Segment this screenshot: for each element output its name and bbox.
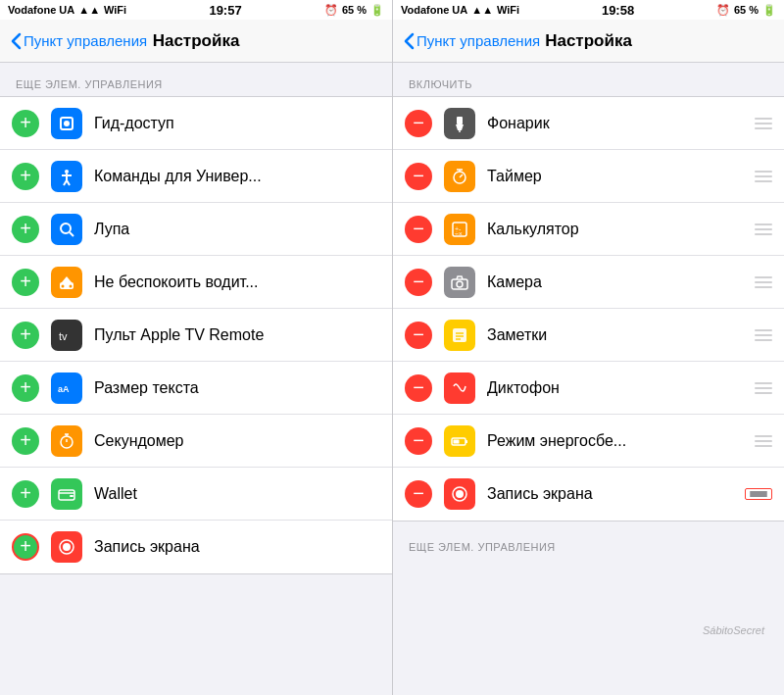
time-right: 19:58 bbox=[602, 3, 634, 18]
add-button-6[interactable]: + bbox=[12, 427, 39, 455]
back-label-right: Пункт управления bbox=[416, 32, 540, 49]
nav-bar-right: Пункт управления Настройка bbox=[393, 20, 784, 63]
svg-rect-22 bbox=[457, 117, 463, 124]
battery-icon-right: 🔋 bbox=[762, 4, 776, 17]
app-icon-guidedaccess bbox=[51, 108, 82, 139]
signal-icon: ▲▲ bbox=[78, 4, 100, 16]
app-icon-screenrecord bbox=[51, 531, 82, 563]
back-button-right[interactable]: Пункт управления bbox=[403, 32, 540, 50]
list-item: − Камера bbox=[393, 256, 784, 309]
add-button-1[interactable]: + bbox=[12, 163, 39, 190]
remove-button-r4[interactable]: − bbox=[405, 322, 432, 349]
list-item: + Wallet bbox=[0, 468, 392, 521]
item-label-0: Гид-доступ bbox=[94, 115, 380, 132]
carrier-left: Vodafone UA bbox=[8, 4, 74, 16]
nav-title-left: Настройка bbox=[153, 31, 240, 51]
item-label-8: Запись экрана bbox=[94, 538, 380, 556]
screen-right: Vodafone UA ▲▲ WiFi 19:58 ⏰ 65 % 🔋 Пункт… bbox=[392, 0, 784, 695]
app-icon-appletv: tv bbox=[51, 320, 82, 351]
list-item: − Таймер bbox=[393, 150, 784, 203]
app-icon-timer bbox=[444, 161, 475, 192]
app-icon-notes bbox=[444, 320, 475, 351]
add-button-8[interactable]: + bbox=[12, 533, 39, 561]
app-icon-lowpower bbox=[444, 425, 475, 457]
item-label-r6: Режим энергосбе... bbox=[487, 432, 755, 450]
back-button-left[interactable]: Пункт управления bbox=[10, 32, 147, 50]
item-label-6: Секундомер bbox=[94, 432, 380, 450]
svg-rect-33 bbox=[453, 328, 466, 342]
list-item: − Фонарик bbox=[393, 97, 784, 150]
remove-button-r2[interactable]: − bbox=[405, 216, 432, 243]
add-button-5[interactable]: + bbox=[12, 374, 39, 402]
list-item: + Лупа bbox=[0, 203, 392, 256]
app-icon-camera bbox=[444, 267, 475, 298]
item-label-r2: Калькулятор bbox=[487, 221, 755, 238]
svg-point-11 bbox=[70, 284, 73, 287]
app-icon-voicememo bbox=[444, 372, 475, 404]
item-label-r4: Заметки bbox=[487, 326, 755, 344]
svg-marker-23 bbox=[456, 124, 464, 130]
svg-point-21 bbox=[63, 543, 71, 551]
list-item: − Заметки bbox=[393, 309, 784, 362]
remove-button-r1[interactable]: − bbox=[405, 163, 432, 190]
item-label-r3: Камера bbox=[487, 273, 755, 291]
carrier-right: Vodafone UA bbox=[401, 4, 467, 16]
item-label-r1: Таймер bbox=[487, 168, 755, 185]
drag-handle-box[interactable] bbox=[745, 488, 772, 500]
status-left-right: Vodafone UA ▲▲ WiFi bbox=[401, 4, 519, 16]
add-button-7[interactable]: + bbox=[12, 480, 39, 508]
list-item: + Секундомер bbox=[0, 415, 392, 468]
list-item: + Гид-доступ bbox=[0, 97, 392, 150]
drag-handle-r0[interactable] bbox=[755, 118, 772, 129]
remove-button-r5[interactable]: − bbox=[405, 374, 432, 402]
item-label-r5: Диктофон bbox=[487, 379, 755, 397]
status-bar-left: Vodafone UA ▲▲ WiFi 19:57 ⏰ 65 % 🔋 bbox=[0, 0, 392, 20]
battery-left: 65 % bbox=[342, 4, 367, 16]
remove-button-r6[interactable]: − bbox=[405, 427, 432, 455]
svg-point-41 bbox=[456, 490, 464, 498]
app-icon-textsize: aA bbox=[51, 372, 82, 404]
status-bar-right: Vodafone UA ▲▲ WiFi 19:58 ⏰ 65 % 🔋 bbox=[393, 0, 784, 20]
svg-point-1 bbox=[64, 121, 70, 126]
app-icon-dnd-driving bbox=[51, 267, 82, 298]
remove-button-r0[interactable]: − bbox=[405, 110, 432, 137]
list-item: − Запись экрана bbox=[393, 468, 784, 521]
time-left: 19:57 bbox=[209, 3, 241, 18]
add-button-3[interactable]: + bbox=[12, 269, 39, 296]
battery-right: 65 % bbox=[734, 4, 759, 16]
list-item: − Диктофон bbox=[393, 362, 784, 415]
drag-handle-r4[interactable] bbox=[755, 329, 772, 341]
status-left: Vodafone UA ▲▲ WiFi bbox=[8, 4, 126, 16]
drag-handle-r2[interactable] bbox=[755, 223, 772, 235]
back-label-left: Пункт управления bbox=[24, 32, 147, 49]
item-label-r0: Фонарик bbox=[487, 115, 755, 132]
section-header-left: ЕЩЕ ЭЛЕМ. УПРАВЛЕНИЯ bbox=[0, 63, 392, 96]
drag-handle-r7[interactable] bbox=[745, 488, 772, 500]
drag-handle-r3[interactable] bbox=[755, 276, 772, 288]
drag-handle-r5[interactable] bbox=[755, 382, 772, 394]
app-icon-screenrecord-right bbox=[444, 478, 475, 510]
screen-left: Vodafone UA ▲▲ WiFi 19:57 ⏰ 65 % 🔋 Пункт… bbox=[0, 0, 392, 695]
remove-button-r3[interactable]: − bbox=[405, 269, 432, 296]
add-button-2[interactable]: + bbox=[12, 216, 39, 243]
list-item: + tv Пульт Apple TV Remote bbox=[0, 309, 392, 362]
remove-button-r7[interactable]: − bbox=[405, 480, 432, 508]
app-icon-flashlight bbox=[444, 108, 475, 139]
svg-point-10 bbox=[62, 284, 65, 287]
svg-rect-19 bbox=[70, 495, 74, 497]
battery-icon-left: 🔋 bbox=[370, 4, 384, 17]
svg-line-27 bbox=[460, 174, 463, 177]
drag-handle-r1[interactable] bbox=[755, 171, 772, 182]
add-button-0[interactable]: + bbox=[12, 110, 39, 137]
app-icon-stopwatch bbox=[51, 425, 82, 457]
drag-handle-r6[interactable] bbox=[755, 435, 772, 447]
nav-title-right: Настройка bbox=[545, 31, 632, 51]
section-header-right-bottom: ЕЩЕ ЭЛЕМ. УПРАВЛЕНИЯ bbox=[393, 525, 784, 559]
svg-point-2 bbox=[65, 170, 69, 174]
item-label-5: Размер текста bbox=[94, 379, 380, 397]
add-button-4[interactable]: + bbox=[12, 322, 39, 349]
svg-text:tv: tv bbox=[59, 330, 68, 342]
wifi-icon: WiFi bbox=[104, 4, 126, 16]
list-item: + Запись экрана bbox=[0, 521, 392, 573]
items-list-left: + Гид-доступ + Команды для Универ... + Л… bbox=[0, 96, 392, 574]
